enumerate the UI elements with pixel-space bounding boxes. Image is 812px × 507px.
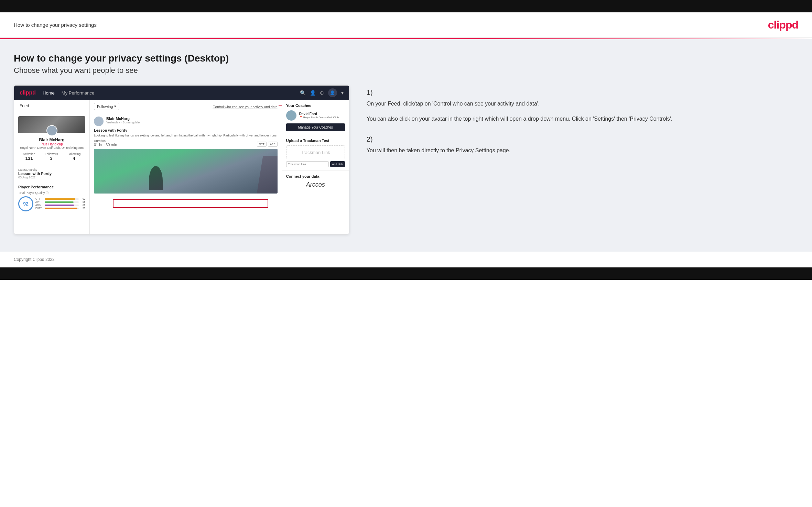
- step2-text: You will then be taken directly to the P…: [367, 146, 791, 155]
- step1-text2: You can also click on your avatar in the…: [367, 114, 791, 123]
- header: How to change your privacy settings clip…: [0, 12, 812, 38]
- main-content: How to change your privacy settings (Des…: [0, 39, 812, 252]
- profile-stats: Activities 131 Followers 3 Following: [18, 152, 85, 161]
- app-logo: clippd: [20, 90, 36, 96]
- step2-number: 2): [367, 135, 791, 143]
- app-tag: APP: [268, 142, 278, 147]
- ott-tag: OTT: [257, 142, 267, 147]
- bottom-bar: [0, 267, 812, 280]
- post-image-overlay: [257, 156, 278, 194]
- activities-stat: Activities 131: [23, 152, 35, 161]
- annotation-arrow-line: [279, 105, 282, 106]
- latest-activity-label: Latest Activity: [18, 168, 85, 172]
- arg-bar: ARG 86: [35, 204, 85, 206]
- manage-coaches-button[interactable]: Manage Your Coaches: [286, 123, 345, 131]
- quality-score-circle: 92: [18, 196, 33, 211]
- player-performance-title: Player Performance: [18, 185, 85, 189]
- profile-avatar: [46, 125, 57, 136]
- app-sidebar: Feed Blair McHarg Plus Handicap Royal No…: [14, 100, 90, 234]
- post-header: Blair McHarg Yesterday · Sunningdale: [94, 117, 278, 126]
- browser-tab-title: How to change your privacy settings: [14, 22, 97, 28]
- coach-info: David Ford 📍 Royal North Devon Golf Club: [299, 112, 339, 119]
- putt-bar: PUTT 96: [35, 207, 85, 209]
- post-meta: Yesterday · Sunningdale: [106, 121, 140, 124]
- app-navbar: clippd Home My Performance 🔍 👤 ⊕ 👤 ▾: [14, 86, 349, 100]
- app-feed: Following ▾ Control who can see your act…: [90, 100, 282, 234]
- coach-name: David Ford: [299, 112, 339, 116]
- connect-data-widget: Connect your data Arccos: [282, 171, 349, 192]
- search-icon[interactable]: 🔍: [300, 90, 306, 96]
- nav-icons: 🔍 👤 ⊕ 👤 ▾: [300, 88, 344, 97]
- profile-banner: [18, 116, 85, 133]
- arccos-brand: Arccos: [286, 181, 345, 188]
- user-icon[interactable]: 👤: [310, 90, 316, 96]
- trackman-input-row: Add Link: [286, 161, 345, 167]
- app-mockup-wrapper: clippd Home My Performance 🔍 👤 ⊕ 👤 ▾: [14, 85, 349, 234]
- add-link-button[interactable]: Add Link: [330, 161, 345, 167]
- chevron-icon: ▾: [114, 104, 116, 109]
- add-icon[interactable]: ⊕: [320, 90, 324, 96]
- your-coaches-widget: Your Coaches David Ford 📍 Royal North De…: [282, 100, 349, 135]
- profile-club: Royal North Devon Golf Club, United King…: [18, 146, 85, 150]
- player-performance: Player Performance Total Player Quality …: [14, 182, 89, 214]
- activities-value: 131: [23, 156, 35, 161]
- step1-text1: On your Feed, click/tap on 'Control who …: [367, 99, 791, 108]
- feed-header: Following ▾ Control who can see your act…: [90, 100, 282, 113]
- top-bar: [0, 0, 812, 12]
- ott-bar: OTT 90: [35, 198, 85, 200]
- location-icon: 📍: [299, 116, 303, 119]
- instruction-step-1: 1) On your Feed, click/tap on 'Control w…: [367, 89, 791, 123]
- connect-data-title: Connect your data: [286, 174, 345, 178]
- quality-bars: OTT 90 APP 85: [35, 198, 85, 210]
- step1-number: 1): [367, 89, 791, 97]
- footer: Copyright Clippd 2022: [0, 252, 812, 267]
- post-image: [94, 149, 278, 194]
- nav-home[interactable]: Home: [43, 90, 55, 96]
- profile-card: Blair McHarg Plus Handicap Royal North D…: [14, 112, 89, 165]
- post-author-info: Blair McHarg Yesterday · Sunningdale: [106, 117, 140, 124]
- coach-avatar: [286, 110, 296, 121]
- clippd-logo: clippd: [768, 19, 798, 31]
- latest-activity-title: Lesson with Fordy: [18, 172, 85, 176]
- following-value: 4: [67, 156, 80, 161]
- nav-my-performance[interactable]: My Performance: [62, 90, 94, 96]
- trackman-link-input[interactable]: [286, 161, 329, 167]
- latest-activity: Latest Activity Lesson with Fordy 03 Aug…: [14, 165, 89, 182]
- post-tags: OTT APP: [257, 142, 278, 147]
- upload-trackman-widget: Upload a Trackman Test Trackman Link Add…: [282, 135, 349, 171]
- coach-club: 📍 Royal North Devon Golf Club: [299, 116, 339, 119]
- avatar-icon[interactable]: 👤: [328, 88, 337, 97]
- trackman-placeholder: Trackman Link: [286, 145, 345, 159]
- app-mockup: clippd Home My Performance 🔍 👤 ⊕ 👤 ▾: [14, 85, 349, 234]
- tpq-label: Total Player Quality ⓘ: [18, 191, 85, 195]
- feed-tab[interactable]: Feed: [14, 100, 89, 112]
- app-widgets: Your Coaches David Ford 📍 Royal North De…: [282, 100, 349, 234]
- followers-stat: Followers 3: [45, 152, 58, 161]
- page-heading: How to change your privacy settings (Des…: [14, 53, 798, 64]
- instruction-step-2: 2) You will then be taken directly to th…: [367, 135, 791, 155]
- profile-handicap: Plus Handicap: [18, 142, 85, 146]
- post-author-name: Blair McHarg: [106, 117, 140, 121]
- chevron-down-icon: ▾: [341, 90, 344, 96]
- app-bar: APP 85: [35, 201, 85, 203]
- following-stat: Following 4: [67, 152, 80, 161]
- post-description: Looking to feel like my hands are exitin…: [94, 133, 278, 138]
- tpq-row: 92 OTT 90 APP: [18, 196, 85, 211]
- following-button[interactable]: Following ▾: [94, 103, 119, 110]
- post-duration: Duration 01 hr : 30 min: [94, 139, 117, 147]
- trackman-title: Upload a Trackman Test: [286, 139, 345, 143]
- control-privacy-link[interactable]: Control who can see your activity and da…: [213, 105, 277, 109]
- page-subheading: Choose what you want people to see: [14, 66, 798, 75]
- instructions-panel: 1) On your Feed, click/tap on 'Control w…: [360, 85, 798, 171]
- golfer-silhouette: [149, 166, 163, 190]
- your-coaches-title: Your Coaches: [286, 103, 345, 108]
- post-title: Lesson with Fordy: [94, 128, 278, 132]
- demo-layout: clippd Home My Performance 🔍 👤 ⊕ 👤 ▾: [14, 85, 798, 234]
- app-body: Feed Blair McHarg Plus Handicap Royal No…: [14, 100, 349, 234]
- coach-row: David Ford 📍 Royal North Devon Golf Club: [286, 110, 345, 121]
- copyright-text: Copyright Clippd 2022: [14, 257, 55, 262]
- post-author-avatar: [94, 117, 104, 126]
- latest-activity-date: 03 Aug 2022: [18, 176, 85, 179]
- profile-name: Blair McHarg: [18, 137, 85, 142]
- feed-post: Blair McHarg Yesterday · Sunningdale Les…: [90, 113, 282, 197]
